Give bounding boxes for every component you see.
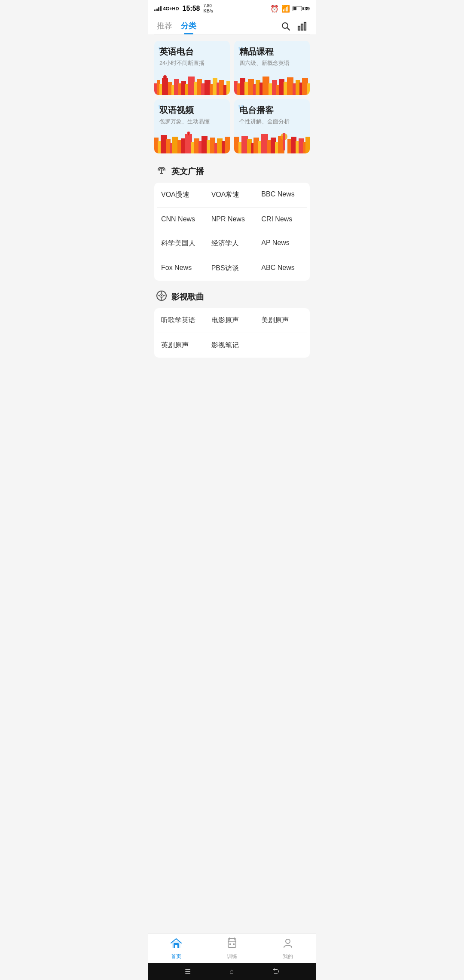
svg-rect-22 [205,80,211,95]
speed: 7.80 KB/s [203,3,213,14]
card-title-4: 电台播客 [239,104,305,116]
card-english-radio[interactable]: " 英语电台 24小时不间断直播 [154,41,230,95]
svg-rect-63 [188,132,189,135]
list-item-fox[interactable]: Fox News [157,256,207,281]
list-item-npr[interactable]: NPR News [207,208,257,231]
card-subtitle-2: 四六级、新概念英语 [239,59,305,67]
english-broadcast-list: VOA慢速 VOA常速 BBC News CNN News NPR News C… [154,183,310,281]
section-title-broadcast: 英文广播 [171,166,204,177]
card-text-1: 英语电台 24小时不间断直播 [154,41,230,70]
main-content: " 英语电台 24小时不间断直播 [148,35,316,407]
svg-rect-89 [283,133,285,150]
network-type: 4G+HD [163,6,179,11]
chart-icon[interactable] [297,21,307,34]
header: 推荐 分类 [148,16,316,34]
svg-rect-2 [298,26,300,30]
status-bar: 4G+HD 15:58 7.80 KB/s ⏰ 📶 39 [148,0,316,16]
content-scroll: " 英语电台 24小时不间断直播 [154,41,310,407]
wifi-icon: 📶 [281,5,290,13]
list-item-ap[interactable]: AP News [257,231,307,256]
signal-icon [154,6,162,11]
svg-rect-35 [248,79,254,95]
section-header-music: 影视歌曲 [154,288,310,308]
svg-line-1 [287,28,290,31]
music-icon [156,290,167,304]
list-item-uk-drama[interactable]: 英剧原声 [157,333,207,358]
svg-point-102 [161,295,162,297]
list-item-economist[interactable]: 经济学人 [207,231,257,256]
card-podcast[interactable]: " 电台播客 个性讲解、全面分析 [234,99,310,153]
list-item-film-notes[interactable]: 影视笔记 [207,333,257,358]
svg-rect-18 [188,77,195,95]
section-header-broadcast: 英文广播 [154,162,310,183]
svg-rect-9 [162,78,168,95]
svg-rect-67 [201,136,208,153]
svg-rect-45 [287,77,293,95]
list-item-us-drama[interactable]: 美剧原声 [257,308,307,333]
svg-rect-95 [305,137,310,153]
card-subtitle-1: 24小时不间断直播 [159,59,225,67]
list-item-movie-soundtrack[interactable]: 电影原声 [207,308,257,333]
svg-rect-8 [159,84,162,95]
skyline-1 [154,71,230,95]
broadcast-icon [156,165,167,178]
card-text-4: 电台播客 个性讲解、全面分析 [234,99,310,128]
svg-rect-4 [304,22,306,30]
status-right: ⏰ 📶 39 [270,5,310,13]
tab-category[interactable]: 分类 [181,21,196,34]
time: 15:58 [183,5,200,12]
section-title-music: 影视歌曲 [171,291,204,303]
svg-rect-78 [241,136,248,153]
battery-icon: 39 [293,6,310,11]
list-item-voa-normal[interactable]: VOA常速 [207,183,257,208]
list-item-abc[interactable]: ABC News [257,256,307,281]
svg-rect-61 [185,134,192,153]
movie-music-list: 听歌学英语 电影原声 美剧原声 英剧原声 影视笔记 [154,308,310,358]
svg-rect-28 [226,81,230,95]
card-subtitle-4: 个性讲解、全面分析 [239,118,305,126]
status-left: 4G+HD 15:58 7.80 KB/s [154,3,213,14]
list-item-scientific-american[interactable]: 科学美国人 [157,231,207,256]
search-icon[interactable] [281,21,291,34]
music-grid: 听歌学英语 电影原声 美剧原声 英剧原声 影视笔记 [154,308,310,358]
card-title-1: 英语电台 [159,46,225,58]
svg-rect-58 [172,137,178,153]
svg-rect-49 [302,78,308,95]
list-item-cnn[interactable]: CNN News [157,208,207,231]
nav-tabs: 推荐 分类 [157,21,196,34]
skyline-3 [154,130,230,153]
svg-rect-50 [307,83,310,95]
card-text-2: 精品课程 四六级、新概念英语 [234,41,310,70]
list-item-bbc[interactable]: BBC News [257,183,307,208]
skyline-4 [234,130,310,153]
svg-rect-11 [165,76,165,79]
card-subtitle-3: 包罗万象、生动易懂 [159,118,225,126]
list-item-song-english[interactable]: 听歌学英语 [157,308,207,333]
card-text-3: 双语视频 包罗万象、生动易懂 [154,99,230,128]
header-icons [281,21,307,34]
broadcast-grid: VOA慢速 VOA常速 BBC News CNN News NPR News C… [154,183,310,281]
svg-rect-83 [261,134,268,153]
tab-recommend[interactable]: 推荐 [157,21,172,34]
list-item-cri[interactable]: CRI News [257,208,307,231]
card-title-2: 精品课程 [239,46,305,58]
category-cards: " 英语电台 24小时不间断直播 [154,41,310,153]
list-item-voa-slow[interactable]: VOA慢速 [157,183,207,208]
list-item-pbs[interactable]: PBS访谈 [207,256,257,281]
svg-rect-55 [161,135,167,153]
card-bilingual-video[interactable]: " 双语视频 包罗万象、生动易懂 [154,99,230,153]
svg-rect-39 [263,77,269,95]
card-premium-course[interactable]: " 精品课程 四六级、新概念英语 [234,41,310,95]
svg-rect-73 [225,137,230,153]
skyline-2 [234,71,310,95]
alarm-icon: ⏰ [270,5,279,13]
svg-rect-3 [301,24,303,30]
card-title-3: 双语视频 [159,104,225,116]
